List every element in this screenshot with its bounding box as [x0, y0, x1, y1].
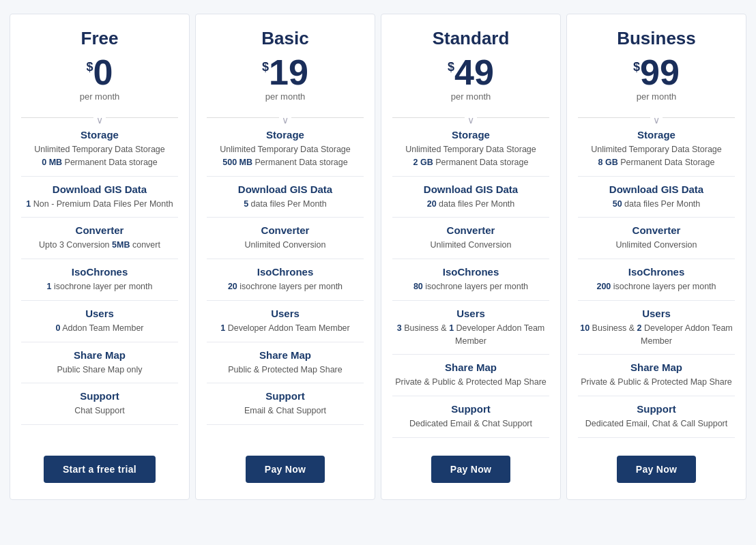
feature-section-basic-4: Users1 Developer Addon Team Member	[207, 308, 364, 342]
feature-desc-basic-4: 1 Developer Addon Team Member	[207, 322, 364, 335]
feature-desc-business-0: Unlimited Temporary Data Storage8 GB Per…	[578, 143, 735, 169]
feature-desc-standard-2: Unlimited Conversion	[392, 239, 549, 252]
feature-title-business-3: IsoChrones	[578, 266, 735, 278]
chevron-divider-basic	[207, 114, 364, 121]
plan-period-basic: per month	[265, 91, 306, 102]
pricing-container: Free$0per monthStorageUnlimited Temporar…	[7, 14, 749, 500]
feature-section-standard-0: StorageUnlimited Temporary Data Storage2…	[392, 129, 549, 177]
feature-section-basic-5: Share MapPublic & Protected Map Share	[207, 349, 364, 384]
plan-name-standard: Standard	[433, 28, 510, 49]
feature-desc-standard-5: Private & Public & Protected Map Share	[392, 376, 549, 389]
feature-desc-free-0: Unlimited Temporary Data Storage0 MB Per…	[21, 143, 178, 169]
feature-desc-basic-1: 5 data files Per Month	[207, 198, 364, 211]
feature-section-basic-0: StorageUnlimited Temporary Data Storage5…	[207, 129, 364, 177]
feature-section-free-5: Share MapPublic Share Map only	[21, 349, 178, 384]
cta-button-basic[interactable]: Pay Now	[246, 456, 325, 483]
feature-desc-standard-4: 3 Business & 1 Developer Addon Team Memb…	[392, 322, 549, 348]
feature-title-business-1: Download GIS Data	[578, 183, 735, 195]
cta-section-basic: Pay Now	[207, 445, 364, 483]
plan-price-free: 0	[93, 55, 113, 90]
feature-desc-free-5: Public Share Map only	[21, 364, 178, 377]
feature-desc-standard-0: Unlimited Temporary Data Storage2 GB Per…	[392, 143, 549, 169]
feature-title-free-0: Storage	[21, 129, 178, 141]
feature-section-standard-3: IsoChrones80 isochrone layers per month	[392, 266, 549, 301]
feature-section-business-6: SupportDedicated Email, Chat & Call Supp…	[578, 403, 735, 438]
feature-desc-business-4: 10 Business & 2 Developer Addon Team Mem…	[578, 322, 735, 348]
feature-section-business-1: Download GIS Data50 data files Per Month	[578, 183, 735, 218]
feature-section-business-0: StorageUnlimited Temporary Data Storage8…	[578, 129, 735, 177]
cta-button-business[interactable]: Pay Now	[617, 456, 696, 483]
feature-title-basic-0: Storage	[207, 129, 364, 141]
feature-desc-free-3: 1 isochrone layer per month	[21, 280, 178, 293]
chevron-icon-standard	[465, 114, 477, 121]
chevron-divider-standard	[392, 114, 549, 121]
feature-title-free-4: Users	[21, 308, 178, 319]
feature-section-basic-3: IsoChrones20 isochrone layers per month	[207, 266, 364, 301]
feature-title-free-5: Share Map	[21, 349, 178, 361]
feature-section-basic-2: ConverterUnlimited Conversion	[207, 224, 364, 259]
plan-card-business: Business$99per monthStorageUnlimited Tem…	[566, 14, 746, 500]
chevron-divider-free	[21, 114, 178, 121]
feature-desc-business-1: 50 data files Per Month	[578, 198, 735, 211]
feature-title-basic-6: Support	[207, 390, 364, 402]
feature-title-free-1: Download GIS Data	[21, 183, 178, 195]
plan-period-business: per month	[637, 91, 677, 102]
feature-title-basic-2: Converter	[207, 224, 364, 236]
feature-title-free-6: Support	[21, 390, 178, 402]
cta-button-free[interactable]: Start a free trial	[44, 456, 156, 483]
plan-period-free: per month	[80, 91, 120, 102]
plan-price-row-basic: $19	[262, 55, 308, 90]
feature-title-basic-1: Download GIS Data	[207, 183, 364, 195]
plan-name-business: Business	[617, 28, 696, 49]
feature-desc-basic-3: 20 isochrone layers per month	[207, 280, 364, 293]
chevron-divider-business	[578, 114, 735, 121]
cta-section-standard: Pay Now	[392, 445, 549, 483]
feature-section-basic-6: SupportEmail & Chat Support	[207, 390, 364, 425]
feature-title-basic-3: IsoChrones	[207, 266, 364, 278]
chevron-icon-business	[650, 114, 663, 121]
feature-section-basic-1: Download GIS Data5 data files Per Month	[207, 183, 364, 218]
feature-section-business-2: ConverterUnlimited Conversion	[578, 224, 735, 259]
feature-section-business-4: Users10 Business & 2 Developer Addon Tea…	[578, 308, 735, 355]
feature-desc-business-3: 200 isochrone layers per month	[578, 280, 735, 293]
plan-price-business: 99	[640, 55, 680, 90]
feature-desc-business-2: Unlimited Conversion	[578, 239, 735, 252]
feature-title-business-4: Users	[578, 308, 735, 319]
plan-currency-business: $	[633, 60, 640, 74]
chevron-icon-free	[93, 114, 106, 121]
feature-desc-basic-2: Unlimited Conversion	[207, 239, 364, 252]
cta-button-standard[interactable]: Pay Now	[431, 456, 510, 483]
feature-title-basic-4: Users	[207, 308, 364, 319]
feature-desc-business-5: Private & Public & Protected Map Share	[578, 376, 735, 389]
plan-price-standard: 49	[454, 55, 494, 90]
feature-section-free-1: Download GIS Data1 Non - Premium Data Fi…	[21, 183, 178, 218]
feature-section-standard-1: Download GIS Data20 data files Per Month	[392, 183, 549, 218]
feature-title-standard-4: Users	[392, 308, 549, 319]
plan-card-standard: Standard$49per monthStorageUnlimited Tem…	[381, 14, 561, 500]
feature-desc-basic-5: Public & Protected Map Share	[207, 364, 364, 377]
plan-currency-basic: $	[262, 60, 269, 74]
feature-title-standard-3: IsoChrones	[392, 266, 549, 278]
feature-desc-free-6: Chat Support	[21, 404, 178, 417]
feature-title-business-6: Support	[578, 403, 735, 415]
plan-currency-free: $	[87, 60, 93, 74]
feature-title-standard-6: Support	[392, 403, 549, 415]
feature-desc-standard-6: Dedicated Email & Chat Support	[392, 417, 549, 430]
feature-section-free-4: Users0 Addon Team Member	[21, 308, 178, 342]
feature-title-business-2: Converter	[578, 224, 735, 236]
plan-card-free: Free$0per monthStorageUnlimited Temporar…	[10, 14, 190, 500]
feature-desc-business-6: Dedicated Email, Chat & Call Support	[578, 417, 735, 430]
feature-section-free-6: SupportChat Support	[21, 390, 178, 425]
feature-section-standard-4: Users3 Business & 1 Developer Addon Team…	[392, 308, 549, 355]
cta-section-business: Pay Now	[578, 445, 735, 483]
plan-price-row-standard: $49	[448, 55, 494, 90]
chevron-icon-basic	[279, 114, 291, 121]
feature-title-basic-5: Share Map	[207, 349, 364, 361]
feature-desc-free-2: Upto 3 Conversion 5MB convert	[21, 239, 178, 252]
plan-name-free: Free	[81, 28, 119, 49]
feature-title-standard-1: Download GIS Data	[392, 183, 549, 195]
feature-title-free-2: Converter	[21, 224, 178, 236]
plan-name-basic: Basic	[261, 28, 308, 49]
plan-price-basic: 19	[269, 55, 308, 90]
feature-desc-free-1: 1 Non - Premium Data Files Per Month	[21, 198, 178, 211]
